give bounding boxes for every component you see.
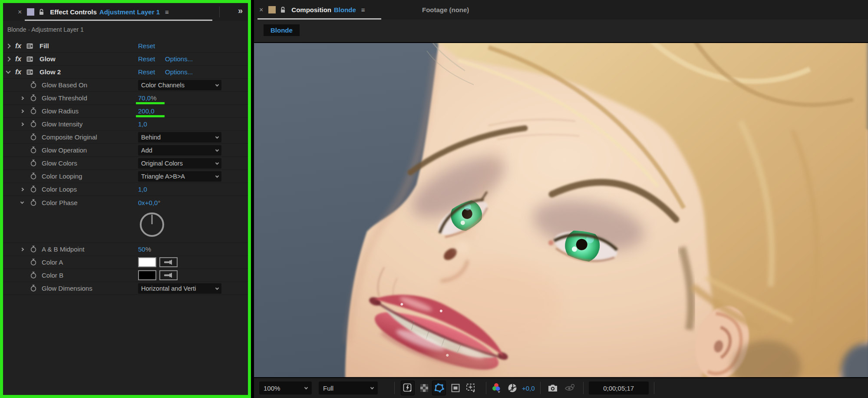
- stopwatch-icon[interactable]: [30, 79, 37, 91]
- stopwatch-icon[interactable]: [30, 144, 37, 156]
- glow-intensity-value[interactable]: 1,0: [138, 120, 147, 128]
- effect-icon: [26, 40, 33, 52]
- property-label: Color B: [42, 272, 63, 279]
- stopwatch-icon[interactable]: [30, 118, 37, 130]
- glow-radius-value[interactable]: 200,0: [138, 107, 155, 115]
- property-row: Glow Threshold 70,0%: [3, 92, 248, 105]
- reset-link[interactable]: Reset: [138, 42, 155, 50]
- close-icon[interactable]: ×: [259, 7, 263, 13]
- glow-threshold-value[interactable]: 70,0: [138, 94, 151, 102]
- effect-row-glow-2: fx Glow 2 Reset Options...: [3, 66, 248, 79]
- panel-menu-icon[interactable]: ≡: [165, 8, 168, 16]
- reset-link[interactable]: Reset: [138, 68, 155, 76]
- property-row: A & B Midpoint 50%: [3, 243, 248, 256]
- stopwatch-icon[interactable]: [30, 183, 37, 196]
- fast-previews-icon[interactable]: [401, 381, 415, 395]
- property-row: Glow Operation Add: [3, 144, 248, 157]
- timecode-display[interactable]: 0;00;05;17: [589, 381, 649, 395]
- glow-operation-dropdown[interactable]: Add: [138, 145, 221, 156]
- layer-breadcrumb: Blonde · Adjustment Layer 1: [3, 21, 248, 40]
- value-suffix: °: [158, 199, 160, 206]
- comp-breadcrumb-button[interactable]: Blonde: [264, 24, 300, 36]
- panel-expand-chevrons[interactable]: »: [238, 6, 243, 16]
- angle-dial[interactable]: [140, 212, 164, 237]
- stopwatch-icon[interactable]: [30, 157, 37, 169]
- resolution-dropdown[interactable]: Full: [319, 381, 378, 395]
- fx-badge-icon[interactable]: fx: [15, 66, 21, 78]
- mask-visibility-icon[interactable]: [432, 381, 446, 395]
- glow-dimensions-dropdown[interactable]: Horizontal and Verti: [138, 283, 221, 294]
- toolbar-divider: [583, 382, 584, 394]
- stopwatch-icon[interactable]: [30, 269, 37, 282]
- composition-viewer[interactable]: [254, 42, 868, 377]
- exposure-value[interactable]: +0,0: [522, 385, 535, 392]
- property-label: Glow Intensity: [42, 120, 83, 128]
- disclosure-chevron-icon[interactable]: [21, 118, 23, 130]
- composition-image: [254, 43, 868, 377]
- fx-badge-icon[interactable]: fx: [15, 40, 21, 52]
- tab-composition[interactable]: Composition: [291, 6, 331, 13]
- disclosure-chevron-icon[interactable]: [7, 40, 10, 52]
- fx-badge-icon[interactable]: fx: [15, 53, 21, 65]
- effect-icon: [26, 53, 33, 65]
- property-label: Glow Radius: [42, 107, 79, 115]
- property-label: Glow Based On: [42, 81, 87, 89]
- color-loops-value[interactable]: 1,0: [138, 186, 147, 193]
- effect-name: Glow 2: [40, 68, 61, 76]
- region-of-interest-icon[interactable]: [449, 381, 462, 395]
- stopwatch-icon[interactable]: [30, 92, 37, 104]
- channel-color-icon[interactable]: [490, 381, 504, 395]
- eyedropper-icon[interactable]: [159, 257, 178, 267]
- exposure-reset-icon[interactable]: [505, 381, 519, 395]
- disclosure-chevron-icon[interactable]: [7, 66, 10, 78]
- close-icon[interactable]: ×: [18, 9, 22, 16]
- effect-controls-tabbar: × Effect Controls Adjustment Layer 1 ≡ »: [3, 3, 248, 21]
- lock-icon[interactable]: [280, 7, 286, 13]
- disclosure-chevron-icon[interactable]: [21, 183, 23, 196]
- disclosure-chevron-icon[interactable]: [7, 53, 10, 65]
- show-snapshot-icon[interactable]: [563, 381, 577, 395]
- after-effects-window: × Effect Controls Adjustment Layer 1 ≡ »…: [0, 0, 868, 398]
- composite-original-dropdown[interactable]: Behind: [138, 132, 221, 143]
- tab-footage[interactable]: Footage (none): [422, 0, 469, 20]
- disclosure-chevron-icon[interactable]: [21, 196, 23, 209]
- panel-menu-icon[interactable]: ≡: [361, 6, 365, 13]
- options-link[interactable]: Options...: [165, 68, 193, 76]
- stopwatch-icon[interactable]: [30, 170, 37, 182]
- property-label: Glow Dimensions: [42, 285, 92, 292]
- snapshot-icon[interactable]: [546, 381, 560, 395]
- lock-icon[interactable]: [39, 9, 45, 16]
- stopwatch-icon[interactable]: [30, 131, 37, 143]
- midpoint-value[interactable]: 50: [138, 245, 145, 253]
- color-a-swatch[interactable]: [138, 257, 156, 267]
- tab-effect-controls[interactable]: Effect Controls: [50, 8, 97, 16]
- color-looping-dropdown[interactable]: Triangle A>B>A: [138, 171, 221, 182]
- reset-link[interactable]: Reset: [138, 55, 155, 63]
- stopwatch-icon[interactable]: [30, 196, 37, 209]
- glow-based-on-dropdown[interactable]: Color Channels: [138, 80, 221, 90]
- disclosure-chevron-icon[interactable]: [21, 92, 23, 104]
- stopwatch-icon[interactable]: [30, 282, 37, 295]
- value-suffix: %: [145, 245, 151, 253]
- options-link[interactable]: Options...: [165, 55, 193, 63]
- color-b-swatch[interactable]: [138, 270, 156, 280]
- toolbar-divider: [486, 382, 486, 394]
- stopwatch-icon[interactable]: [30, 256, 37, 269]
- property-row: Glow Based On Color Channels: [3, 79, 248, 92]
- tabbar-divider: [219, 7, 220, 17]
- tab-target-layer[interactable]: Adjustment Layer 1: [99, 8, 160, 16]
- transparency-grid-icon[interactable]: [417, 381, 431, 395]
- stopwatch-icon[interactable]: [30, 105, 37, 117]
- composition-tabbar: × Composition Blonde ≡ Footage (none): [254, 0, 868, 20]
- eyedropper-icon[interactable]: [159, 270, 178, 280]
- tab-composition-name[interactable]: Blonde: [334, 6, 356, 13]
- glow-colors-dropdown[interactable]: Original Colors: [138, 158, 221, 169]
- disclosure-chevron-icon[interactable]: [21, 243, 23, 255]
- disclosure-chevron-icon[interactable]: [21, 105, 23, 117]
- magnification-dropdown[interactable]: 100%: [259, 381, 312, 395]
- color-phase-value[interactable]: 0x+0,0: [138, 199, 158, 206]
- property-row: Color B: [3, 269, 248, 282]
- stopwatch-icon[interactable]: [30, 243, 37, 255]
- grid-guides-icon[interactable]: [464, 381, 478, 395]
- toolbar-divider: [540, 382, 541, 394]
